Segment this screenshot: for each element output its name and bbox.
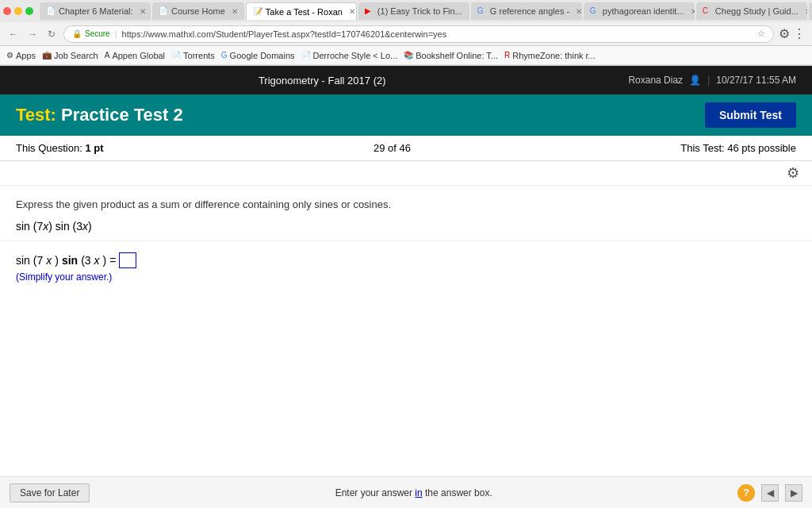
- answer-prefix: sin (7: [16, 254, 43, 267]
- sin-text2: ) sin (3: [48, 220, 82, 233]
- bookmark-apps[interactable]: ⚙ Apps: [6, 51, 36, 60]
- star-icon[interactable]: ☆: [757, 29, 765, 39]
- apps-icon: ⚙: [6, 51, 13, 60]
- forward-button[interactable]: →: [25, 27, 40, 41]
- test-header: Test: Practice Test 2 Submit Test: [0, 94, 812, 136]
- this-test-label: This Test:: [680, 142, 724, 154]
- minimize-dot[interactable]: [14, 7, 22, 15]
- address-bar: ← → ↻ 🔒 Secure | https://www.mathxl.com/…: [0, 22, 812, 46]
- torrents-icon: 📄: [171, 51, 181, 60]
- test-label-name: Practice Test 2: [61, 105, 183, 125]
- tab-close-icon[interactable]: ✕: [349, 7, 355, 16]
- test-pts-area: This Test: 46 pts possible: [680, 142, 796, 154]
- tab-taketest[interactable]: 📝 Take a Test - Roxan ✕: [246, 2, 357, 20]
- secure-indicator: 🔒: [72, 29, 82, 38]
- tab-favicon: 📄: [159, 6, 168, 16]
- bookmark-appen[interactable]: A Appen Global: [105, 51, 165, 60]
- tab-label: G reference angles -: [490, 6, 569, 16]
- bookmark-bookshelf[interactable]: 📚 Bookshelf Online: T...: [404, 51, 498, 60]
- tab-favicon: 📝: [253, 7, 262, 17]
- secure-label: Secure: [85, 29, 110, 38]
- this-question-label: This Question:: [16, 142, 82, 154]
- bookshelf-icon: 📚: [404, 51, 413, 60]
- tab-label: (1) Easy Trick to Fin...: [377, 6, 462, 16]
- answer-prefix4: ) =: [103, 254, 117, 267]
- derroche-icon: 📄: [301, 51, 311, 60]
- tab-favicon: G: [590, 6, 599, 16]
- tab-label: Chapter 6 Material:: [59, 6, 133, 16]
- user-icon: 👤: [689, 75, 701, 86]
- answer-input[interactable]: [119, 252, 136, 268]
- tab-close-icon[interactable]: ✕: [805, 7, 807, 16]
- job-icon: 💼: [42, 51, 52, 60]
- username: Roxana Diaz: [628, 75, 683, 86]
- question-instruction: Express the given product as a sum or di…: [16, 198, 796, 210]
- bookmarks-bar: ⚙ Apps 💼 Job Search A Appen Global 📄 Tor…: [0, 46, 812, 65]
- sin-text3: ): [88, 220, 92, 233]
- bookmark-label: Apps: [16, 51, 36, 60]
- back-button[interactable]: ←: [6, 27, 21, 41]
- tab-label: pythagorean identit...: [603, 6, 684, 16]
- bookmark-jobsearch[interactable]: 💼 Job Search: [42, 51, 98, 60]
- tab-close-icon[interactable]: ✕: [140, 7, 146, 16]
- bookmark-label: Bookshelf Online: T...: [416, 51, 498, 60]
- answer-prefix3: (3: [81, 254, 90, 267]
- bookmark-derroche[interactable]: 📄 Derroche Style < Lo...: [301, 51, 398, 60]
- x4-var: x: [94, 254, 100, 267]
- answer-line: sin (7x) sin (3x) =: [16, 252, 796, 268]
- tab-easytrick[interactable]: ▶ (1) Easy Trick to Fin... ✕: [358, 2, 469, 20]
- google-icon: G: [221, 51, 228, 60]
- tab-label: Chegg Study | Guid...: [715, 6, 799, 16]
- bookmark-label: Torrents: [183, 51, 215, 60]
- test-title: Test: Practice Test 2: [16, 105, 183, 125]
- question-content: Express the given product as a sum or di…: [0, 186, 812, 241]
- sin-text: sin (7: [16, 220, 43, 233]
- menu-icon[interactable]: ⋮: [793, 26, 806, 41]
- tab-floxana[interactable]: 🔴 Floxana-Personal ✕: [809, 2, 812, 20]
- close-dot[interactable]: [3, 7, 11, 15]
- tab-coursehome[interactable]: 📄 Course Home ✕: [152, 2, 244, 20]
- tab-chegg[interactable]: C Chegg Study | Guid... ✕: [696, 2, 807, 20]
- tab-close-icon[interactable]: ✕: [469, 7, 469, 16]
- tab-favicon: G: [477, 6, 487, 16]
- appen-icon: A: [105, 51, 110, 60]
- bookmark-rhymezone[interactable]: R RhymeZone: think r...: [504, 51, 596, 60]
- bookmark-label: Derroche Style < Lo...: [313, 51, 398, 60]
- bookmark-torrents[interactable]: 📄 Torrents: [171, 51, 215, 60]
- bookmark-label: Google Domains: [230, 51, 295, 60]
- browser-chrome: 📄 Chapter 6 Material: ✕ 📄 Course Home ✕ …: [0, 0, 812, 66]
- question-bar: This Question: 1 pt 29 of 46 This Test: …: [0, 136, 812, 161]
- x2-var: x: [82, 220, 88, 233]
- tab-pythagorean[interactable]: G pythagorean identit... ✕: [584, 2, 695, 20]
- x3-var: x: [46, 254, 52, 267]
- tab-close-icon[interactable]: ✕: [576, 7, 582, 16]
- submit-test-button[interactable]: Submit Test: [705, 102, 796, 128]
- bookmark-label: RhymeZone: think r...: [512, 51, 596, 60]
- maximize-dot[interactable]: [25, 7, 33, 15]
- bookmark-googledomains[interactable]: G Google Domains: [221, 51, 295, 60]
- answer-area: sin (7x) sin (3x) = (Simplify your answe…: [0, 241, 812, 294]
- window-controls: [3, 7, 33, 15]
- separator: |: [707, 75, 710, 86]
- settings-row: ⚙: [0, 161, 812, 186]
- datetime: 10/27/17 11:55 AM: [716, 75, 796, 86]
- app-title: Trigonometry - Fall 2017 (2): [259, 75, 386, 87]
- app-header: Trigonometry - Fall 2017 (2) Roxana Diaz…: [0, 66, 812, 94]
- test-pts: 46 pts possible: [727, 142, 796, 154]
- sin-bold: sin: [62, 254, 78, 267]
- question-pts-area: This Question: 1 pt: [16, 142, 104, 154]
- url-box[interactable]: 🔒 Secure | https://www.mathxl.com/Studen…: [63, 25, 774, 43]
- tab-label: Course Home: [171, 6, 225, 16]
- settings-icon[interactable]: ⚙: [787, 164, 799, 182]
- rhyme-icon: R: [504, 51, 510, 60]
- extensions-icon[interactable]: ⚙: [779, 26, 790, 41]
- tab-close-icon[interactable]: ✕: [232, 7, 238, 16]
- tab-bar: 📄 Chapter 6 Material: ✕ 📄 Course Home ✕ …: [0, 0, 812, 22]
- tab-chapter6[interactable]: 📄 Chapter 6 Material: ✕: [40, 2, 151, 20]
- tab-favicon: ▶: [365, 6, 374, 16]
- refresh-button[interactable]: ↻: [44, 27, 59, 41]
- url-text: https://www.mathxl.com/Student/PlayerTes…: [122, 29, 447, 39]
- tab-refangles[interactable]: G G reference angles - ✕: [471, 2, 582, 20]
- tab-label: Take a Test - Roxan: [266, 7, 343, 17]
- tab-close-icon[interactable]: ✕: [691, 7, 695, 16]
